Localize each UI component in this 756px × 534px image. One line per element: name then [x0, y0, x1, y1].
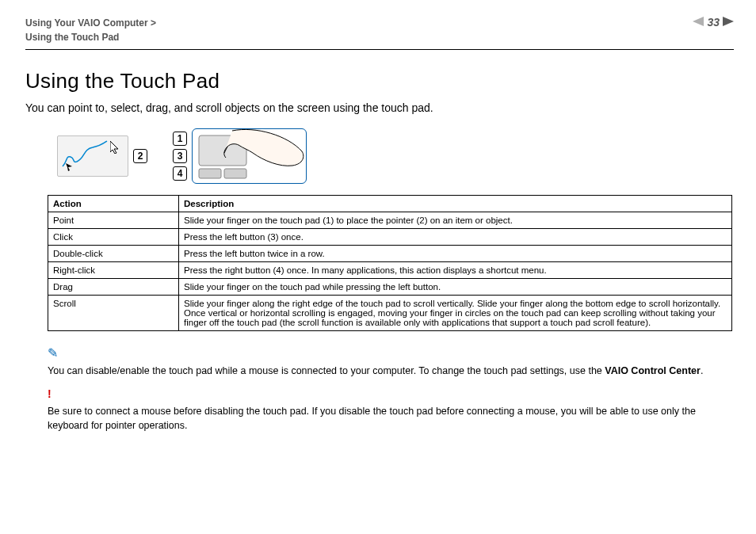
breadcrumb-line-1: Using Your VAIO Computer >: [25, 16, 156, 30]
screen-illustration: [57, 135, 128, 177]
table-row: Right-clickPress the right button (4) on…: [48, 262, 732, 279]
page-title: Using the Touch Pad: [25, 69, 734, 93]
col-action-header: Action: [48, 196, 179, 212]
cell-desc: Slide your finger on the touch pad (1) t…: [179, 212, 732, 229]
document-page: Using Your VAIO Computer > Using the Tou…: [0, 0, 756, 534]
alert-text: Be sure to connect a mouse before disabl…: [48, 406, 696, 431]
page-number-nav: 33: [693, 16, 734, 29]
table-row: ScrollSlide your finger along the right …: [48, 296, 732, 331]
cursor-start-icon: [66, 163, 74, 171]
cell-action: Point: [48, 212, 179, 229]
callout-3: 3: [173, 149, 187, 163]
breadcrumb: Using Your VAIO Computer > Using the Tou…: [25, 16, 156, 44]
callout-stack: 1 3 4: [173, 132, 187, 181]
page-number: 33: [707, 16, 720, 29]
touchpad-illustration: [192, 128, 307, 184]
cell-desc: Press the left button twice in a row.: [179, 246, 732, 262]
alert-icon: !: [48, 386, 734, 402]
callout-4: 4: [173, 166, 187, 181]
breadcrumb-line-2: Using the Touch Pad: [25, 30, 156, 44]
svg-marker-2: [66, 163, 72, 171]
svg-rect-6: [224, 169, 246, 178]
note-text-after: .: [701, 365, 703, 376]
table-header-row: Action Description: [48, 196, 732, 212]
svg-marker-3: [110, 141, 118, 154]
cell-action: Double-click: [48, 246, 179, 262]
pencil-note-icon: ✎: [48, 344, 734, 362]
table-row: PointSlide your finger on the touch pad …: [48, 212, 732, 229]
callout-1: 1: [173, 132, 187, 146]
note-text-before: You can disable/enable the touch pad whi…: [48, 365, 605, 376]
cell-desc: Press the right button (4) once. In many…: [179, 262, 732, 279]
page-header: Using Your VAIO Computer > Using the Tou…: [25, 16, 734, 50]
callout-2: 2: [133, 149, 147, 163]
svg-rect-5: [199, 169, 221, 178]
next-page-arrow-icon[interactable]: [723, 16, 734, 29]
cell-action: Drag: [48, 279, 179, 296]
prev-page-arrow-icon[interactable]: [693, 16, 704, 29]
cell-desc: Press the left button (3) once.: [179, 229, 732, 246]
col-description-header: Description: [179, 196, 732, 212]
intro-text: You can point to, select, drag, and scro…: [25, 101, 734, 114]
action-table: Action Description PointSlide your finge…: [48, 195, 732, 331]
note-block: ✎ You can disable/enable the touch pad w…: [48, 344, 734, 378]
cell-action: Scroll: [48, 296, 179, 331]
note-bold: VAIO Control Center: [605, 365, 701, 376]
cell-action: Click: [48, 229, 179, 246]
pointer-icon: [110, 141, 120, 154]
svg-marker-0: [693, 17, 704, 26]
cell-desc: Slide your finger on the touch pad while…: [179, 279, 732, 296]
alert-block: ! Be sure to connect a mouse before disa…: [48, 386, 734, 433]
table-row: Double-clickPress the left button twice …: [48, 246, 732, 262]
table-row: DragSlide your finger on the touch pad w…: [48, 279, 732, 296]
cell-action: Right-click: [48, 262, 179, 279]
table-row: ClickPress the left button (3) once.: [48, 229, 732, 246]
svg-marker-1: [723, 17, 734, 26]
cell-desc: Slide your finger along the right edge o…: [179, 296, 732, 331]
touchpad-figure: 2 1 3 4: [57, 128, 734, 184]
